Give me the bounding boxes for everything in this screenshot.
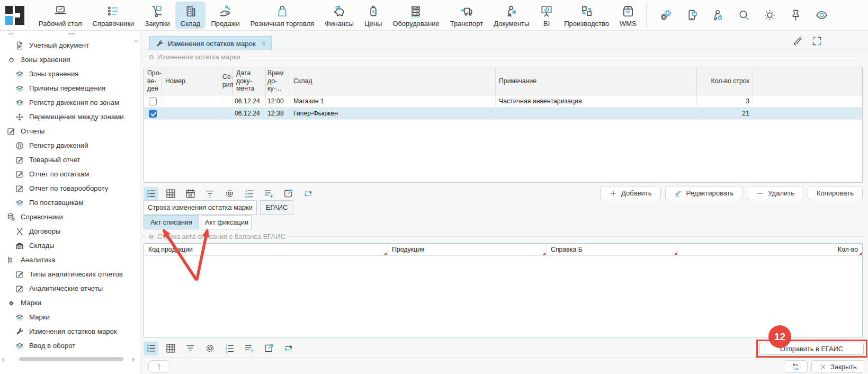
- horizontal-scrollbar[interactable]: [0, 357, 137, 362]
- sidebar-item[interactable]: Марки: [0, 310, 140, 324]
- action-button[interactable]: Добавить: [600, 186, 660, 200]
- column-header[interactable]: Номер: [162, 67, 221, 95]
- nav-item[interactable]: Финансы: [319, 2, 359, 29]
- close-tab-icon[interactable]: ×: [262, 39, 266, 48]
- sidebar-item[interactable]: Договоры: [0, 224, 140, 238]
- close-button[interactable]: Закрыть: [811, 360, 865, 373]
- toolbar-button[interactable]: [261, 342, 276, 355]
- sidebar-item[interactable]: Отчет по остаткам: [0, 167, 140, 181]
- detail-tab[interactable]: ЕГАИС: [260, 200, 293, 215]
- toolbar-button[interactable]: [183, 342, 198, 355]
- nav-item[interactable]: Транспорт: [445, 2, 489, 29]
- sidebar-item[interactable]: По поставщикам: [0, 195, 140, 210]
- toolbar-button[interactable]: [261, 187, 276, 201]
- document-tab[interactable]: Изменения остатков марок ×: [149, 36, 272, 50]
- nav-item[interactable]: $ Цены: [359, 2, 387, 29]
- sidebar-item[interactable]: Ввод в оборот: [0, 339, 140, 353]
- column-header[interactable]: Се- рия: [221, 67, 233, 95]
- collapse-icon[interactable]: ⊖: [148, 54, 154, 60]
- nav-item[interactable]: Рабочий стол: [33, 2, 87, 29]
- sidebar-item[interactable]: Товарный отчет: [0, 153, 140, 167]
- more-button[interactable]: [148, 360, 169, 373]
- sidebar-item[interactable]: Регистр движений: [0, 138, 140, 153]
- detail-tab[interactable]: Строка изменения остатка марки: [144, 200, 257, 215]
- row-checkbox[interactable]: [149, 97, 157, 105]
- refresh-button[interactable]: [784, 360, 808, 373]
- pencil-icon[interactable]: [792, 35, 803, 47]
- user-lock-icon[interactable]: [711, 8, 724, 22]
- egais-subtab[interactable]: Акт фиксации: [202, 215, 252, 229]
- nav-item[interactable]: Оборудование: [387, 2, 444, 29]
- toolbar-button[interactable]: [202, 187, 217, 201]
- toolbar-button[interactable]: 123: [222, 342, 237, 355]
- sidebar-item[interactable]: Зоны хранения: [0, 67, 140, 81]
- toolbar-button[interactable]: [144, 187, 158, 201]
- column-header[interactable]: Примечание: [496, 67, 697, 95]
- sidebar-item[interactable]: Склады: [0, 238, 140, 253]
- pin-icon[interactable]: [789, 8, 802, 22]
- sidebar-item[interactable]: Регистр движения по зонам: [0, 95, 140, 110]
- column-header[interactable]: Продукция: [388, 244, 547, 255]
- sidebar-item[interactable]: Отчеты: [0, 124, 140, 138]
- search-icon[interactable]: [737, 8, 750, 22]
- toolbar-button[interactable]: [281, 187, 296, 201]
- scroll-up-arrow-icon[interactable]: [134, 39, 138, 42]
- toolbar-button[interactable]: [183, 187, 198, 201]
- sidebar-item[interactable]: Аналитические отчеты: [0, 281, 140, 296]
- nav-item[interactable]: Склад: [175, 2, 206, 29]
- sidebar-item[interactable]: Типы аналитических отчетов: [0, 267, 140, 281]
- table-row[interactable]: 06.12.24 12:00 Магазин 1 Частичная инвен…: [144, 95, 862, 108]
- toolbar-button[interactable]: 123: [241, 187, 256, 201]
- nav-item[interactable]: Розничная торговля: [245, 2, 320, 29]
- toolbar-button[interactable]: [202, 342, 217, 355]
- column-header[interactable]: Справка Б: [547, 244, 678, 255]
- toolbar-button[interactable]: [144, 342, 158, 355]
- scroll-right-arrow-icon[interactable]: [132, 358, 135, 362]
- toolbar-button[interactable]: [300, 187, 315, 201]
- sidebar-item[interactable]: Перемещения между зонами: [0, 110, 140, 124]
- sidebar-item[interactable]: Отчет по товарообороту: [0, 181, 140, 195]
- nav-item[interactable]: Справочники: [87, 2, 140, 29]
- scrollbar-thumb[interactable]: [19, 357, 123, 361]
- row-checkbox[interactable]: [149, 110, 157, 118]
- list-circles-icon: [106, 4, 120, 18]
- nav-item[interactable]: BI: [534, 2, 559, 29]
- scroll-left-arrow-icon[interactable]: [2, 358, 4, 362]
- toolbar-button[interactable]: [163, 342, 178, 355]
- sidebar-item[interactable]: Аналитика: [0, 253, 140, 267]
- nav-item[interactable]: Продажи: [205, 2, 245, 29]
- gears-icon[interactable]: [659, 8, 673, 22]
- table-row[interactable]: 06.12.24 12:38 Гипер-Фьюжен 21: [144, 108, 862, 120]
- column-header[interactable]: Про- ве- ден: [144, 67, 162, 95]
- nav-item[interactable]: Документы: [488, 2, 534, 29]
- nav-item[interactable]: Закупки: [139, 2, 175, 29]
- column-header[interactable]: Кол-во: [678, 244, 862, 255]
- brightness-icon[interactable]: [763, 8, 776, 22]
- action-button[interactable]: Редактировать: [665, 186, 743, 200]
- sidebar-item[interactable]: Причины перемещения: [0, 81, 140, 95]
- eye-icon[interactable]: [815, 8, 828, 22]
- nav-item[interactable]: Производство: [559, 2, 614, 29]
- sidebar-item[interactable]: Изменения остатков марок: [0, 324, 140, 339]
- toolbar-button[interactable]: [222, 187, 237, 201]
- column-header[interactable]: Дата доку- мента: [233, 67, 266, 95]
- collapse-icon[interactable]: ⊖: [148, 233, 154, 240]
- toolbar-button[interactable]: [281, 342, 296, 355]
- column-header[interactable]: Код продукции: [144, 244, 388, 255]
- sidebar-item[interactable]: $ Справочники: [0, 210, 140, 224]
- expand-icon[interactable]: [811, 35, 822, 47]
- nav-item[interactable]: WMS: [614, 2, 642, 29]
- column-header[interactable]: Врем до- ку-...: [266, 67, 290, 95]
- sidebar-item[interactable]: Зоны хранения: [0, 52, 140, 67]
- egais-subtab[interactable]: Акт списания: [144, 215, 199, 229]
- column-header[interactable]: Склад: [290, 67, 496, 95]
- device-chat-icon[interactable]: [685, 8, 699, 22]
- toolbar-button[interactable]: [241, 342, 256, 355]
- toolbar-button[interactable]: [163, 187, 178, 201]
- sidebar-item[interactable]: Марки: [0, 296, 140, 310]
- sidebar-item[interactable]: Учетный документ: [0, 38, 140, 52]
- action-button[interactable]: Удалить: [747, 186, 803, 200]
- action-button[interactable]: Копировать: [808, 186, 863, 200]
- app-logo[interactable]: [5, 6, 24, 25]
- column-header[interactable]: Кол-во строк: [697, 67, 753, 95]
